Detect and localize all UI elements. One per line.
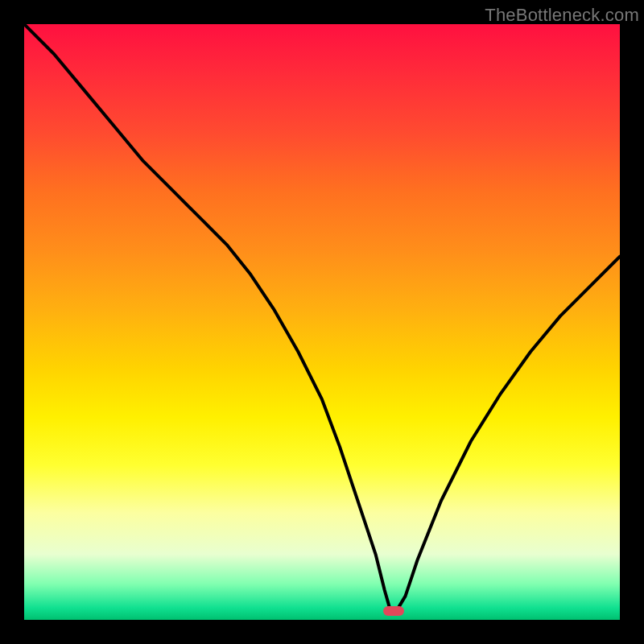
watermark-text: TheBottleneck.com (485, 5, 639, 26)
bottleneck-curve (24, 24, 620, 620)
optimum-marker (383, 606, 404, 616)
